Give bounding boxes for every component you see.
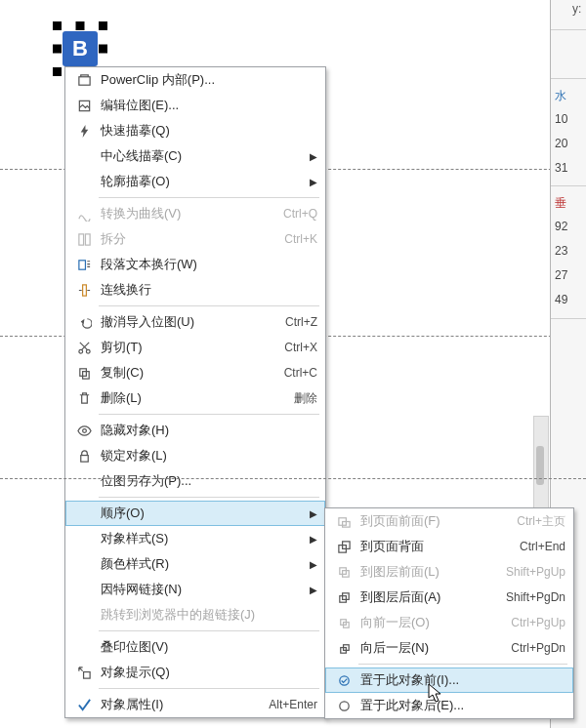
menu-shortcut: Shift+PgDn [506,590,573,604]
panel-header: 水 [555,88,584,104]
submenu-to-page-back[interactable]: 到页面背面 Ctrl+End [325,534,573,559]
resize-handle-bl[interactable] [53,67,62,76]
menu-shortcut: 删除 [294,390,325,407]
context-menu: PowerClip 内部(P)... 编辑位图(E)... 快速描摹(Q) 中心… [64,66,326,718]
menu-split: 拆分 Ctrl+K [65,226,325,252]
submenu-arrow-icon: ▶ [310,559,325,570]
menu-label: 到图层后面(A) [355,588,506,606]
menu-label: 到页面前面(F) [355,512,517,530]
menu-order[interactable]: 顺序(O) ▶ [65,501,325,526]
menu-label: 因特网链接(N) [95,581,310,598]
svg-point-6 [78,349,82,353]
copy-icon [73,366,95,381]
submenu-forward-one: 向前一层(O) Ctrl+PgUp [325,610,573,635]
svg-point-7 [86,349,90,353]
svg-rect-3 [85,233,90,244]
menu-label: 对象属性(I) [95,696,269,713]
submenu-arrow-icon: ▶ [310,585,325,595]
menu-shortcut: Ctrl+PgDn [511,641,573,655]
menu-quick-trace[interactable]: 快速描摹(Q) [65,118,325,143]
menu-shortcut: Ctrl+Q [283,207,325,221]
trash-icon [73,391,95,406]
menu-paragraph-wrap[interactable]: 段落文本换行(W) [65,252,325,277]
hint-icon [73,666,95,680]
menu-cut[interactable]: 剪切(T) Ctrl+X [65,335,325,360]
menu-label: 颜色样式(R) [95,555,310,573]
menu-label: 位图另存为(P)... [95,472,325,490]
submenu-arrow-icon: ▶ [310,508,325,519]
menu-undo[interactable]: 撤消导入位图(U) Ctrl+Z [65,309,325,335]
split-icon [73,232,95,247]
curve-icon [73,207,95,222]
menu-label: 连线换行 [95,281,325,299]
menu-shortcut: Ctrl+PgUp [511,616,573,629]
menu-overprint-bitmap[interactable]: 叠印位图(V) [65,634,325,660]
menu-label: 拆分 [95,230,284,248]
resize-handle-mr[interactable] [99,45,107,54]
submenu-to-page-front: 到页面前面(F) Ctrl+主页 [325,508,573,534]
menu-center-trace[interactable]: 中心线描摹(C) ▶ [65,143,325,169]
menu-shortcut: Ctrl+主页 [517,513,573,530]
svg-point-10 [82,428,86,432]
menu-label: 中心线描摹(C) [95,147,310,165]
menu-label: 复制(C) [95,364,284,382]
panel-value: 92 [555,220,584,233]
menu-label: 对象样式(S) [95,530,310,547]
menu-separator [358,664,567,665]
menu-label: 置于此对象后(E)... [355,697,573,714]
menu-label: 转换为曲线(V) [95,205,283,222]
forward-one-icon [333,616,355,630]
panel-value: 23 [555,244,584,258]
menu-outline-trace[interactable]: 轮廓描摹(O) ▶ [65,169,325,194]
menu-label: PowerClip 内部(P)... [95,71,325,89]
menu-shortcut: Ctrl+End [520,540,573,553]
menu-label: 锁定对象(L) [95,447,325,465]
menu-object-styles[interactable]: 对象样式(S) ▶ [65,526,325,551]
submenu-before-object[interactable]: 置于此对象前(I)... [325,667,573,693]
menu-label: 到图层前面(L) [355,563,506,581]
menu-shortcut: Alt+Enter [269,698,325,711]
edit-bitmap-icon [73,99,95,113]
menu-label: 轮廓描摹(O) [95,173,310,190]
menu-object-properties[interactable]: 对象属性(I) Alt+Enter [65,692,325,717]
menu-delete[interactable]: 删除(L) 删除 [65,385,325,411]
menu-edit-bitmap[interactable]: 编辑位图(E)... [65,93,325,118]
menu-save-bitmap[interactable]: 位图另存为(P)... [65,468,325,494]
resize-handle-ml[interactable] [53,45,62,54]
menu-separator [99,305,319,306]
menu-separator [99,414,319,415]
menu-lock[interactable]: 锁定对象(L) [65,443,325,468]
menu-label: 顺序(O) [95,505,310,522]
menu-hide[interactable]: 隐藏对象(H) [65,418,325,443]
menu-connector-wrap[interactable]: 连线换行 [65,277,325,303]
menu-label: 置于此对象前(I)... [355,671,573,689]
menu-label: 向后一层(N) [355,639,511,657]
logo-block: B [63,31,98,66]
scissors-icon [73,341,95,355]
submenu-back-one[interactable]: 向后一层(N) Ctrl+PgDn [325,635,573,661]
resize-handle-tr[interactable] [99,21,107,30]
menu-shortcut: Shift+PgUp [506,565,573,579]
menu-internet-link[interactable]: 因特网链接(N) ▶ [65,577,325,602]
submenu-arrow-icon: ▶ [310,151,325,162]
svg-rect-0 [78,76,89,84]
menu-copy[interactable]: 复制(C) Ctrl+C [65,360,325,385]
submenu-after-object[interactable]: 置于此对象后(E)... [325,693,573,718]
menu-label: 到页面背面 [355,538,520,555]
menu-object-hint[interactable]: 对象提示(Q) [65,660,325,685]
undo-icon [73,315,95,330]
menu-shortcut: Ctrl+C [284,366,325,380]
order-submenu: 到页面前面(F) Ctrl+主页 到页面背面 Ctrl+End 到图层前面(L)… [324,507,574,719]
menu-shortcut: Ctrl+Z [285,315,325,329]
menu-color-styles[interactable]: 颜色样式(R) ▶ [65,551,325,577]
menu-label: 编辑位图(E)... [95,97,325,114]
menu-goto-hyperlink: 跳转到浏览器中的超链接(J) [65,602,325,627]
menu-to-curve: 转换为曲线(V) Ctrl+Q [65,201,325,226]
resize-handle-tl[interactable] [53,21,62,30]
menu-label: 向前一层(O) [355,614,511,631]
menu-powerclip[interactable]: PowerClip 内部(P)... [65,67,325,93]
submenu-to-layer-back[interactable]: 到图层后面(A) Shift+PgDn [325,585,573,610]
panel-value: 31 [555,161,584,175]
menu-separator [99,688,319,689]
resize-handle-tm[interactable] [76,21,85,30]
